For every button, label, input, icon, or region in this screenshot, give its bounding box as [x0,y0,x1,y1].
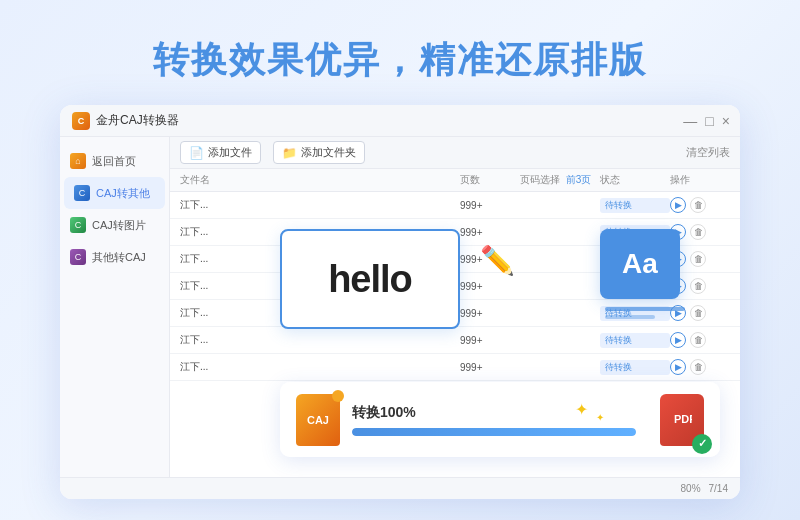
table-row: 江下... 999+ 待转换 ▶ 🗑 [170,354,740,381]
filename-cell: 江下... [180,333,460,347]
pages-cell: 999+ [460,227,520,238]
filename-cell: 江下... [180,252,460,266]
play-button[interactable]: ▶ [670,197,686,213]
home-icon: ⌂ [70,153,86,169]
headline-normal: 转换效果优异，精准 [153,39,495,80]
table-header: 文件名 页数 页码选择 前3页 状态 操作 [170,169,740,192]
sidebar-item-caj-other[interactable]: C CAJ转其他 [64,177,165,209]
pages-cell: 999+ [460,308,520,319]
status-badge: 待转换 [600,198,670,213]
titlebar: C 金舟CAJ转换器 — □ × [60,105,740,137]
app-title: 金舟CAJ转换器 [96,112,179,129]
table-row: 江下... 999+ 待转换 ▶ 🗑 [170,273,740,300]
app-logo-icon: C [72,112,90,130]
row-actions: ▶ 🗑 [670,251,730,267]
delete-button[interactable]: 🗑 [690,332,706,348]
filename-cell: 江下... [180,198,460,212]
row-actions: ▶ 🗑 [670,278,730,294]
sidebar-caj-other-label: CAJ转其他 [96,186,150,201]
headline-section: 转换效果优异，精准还原排版 [0,0,800,105]
delete-button[interactable]: 🗑 [690,197,706,213]
pages-cell: 999+ [460,254,520,265]
sidebar-item-other-caj[interactable]: C 其他转CAJ [60,241,169,273]
table-row: 江下... 999+ 待转换 ▶ 🗑 [170,192,740,219]
filename-cell: 江下... [180,360,460,374]
table-row: 江下... 999+ 待转换 ▶ 🗑 [170,300,740,327]
table-row: 江下... 999+ 待转换 ▶ 🗑 [170,219,740,246]
headline-highlight: 还原排版 [495,39,647,80]
table-row: 江下... 999+ 待转换 ▶ 🗑 [170,327,740,354]
sidebar-other-caj-label: 其他转CAJ [92,250,146,265]
delete-button[interactable]: 🗑 [690,305,706,321]
sidebar: ⌂ 返回首页 C CAJ转其他 C CAJ转图片 C 其他转CAJ [60,137,170,477]
page-info: 7/14 [709,483,728,494]
window-controls[interactable]: — □ × [683,113,730,129]
add-file-label: 添加文件 [208,145,252,160]
play-button[interactable]: ▶ [670,305,686,321]
other-caj-icon: C [70,249,86,265]
page-select-link[interactable]: 前3页 [566,173,592,187]
sidebar-item-caj-image[interactable]: C CAJ转图片 [60,209,169,241]
row-actions: ▶ 🗑 [670,359,730,375]
col-filename: 文件名 [180,173,460,187]
maximize-icon[interactable]: □ [705,113,713,129]
clear-list-label: 清空列表 [686,146,730,158]
col-status: 状态 [600,173,670,187]
sidebar-item-home[interactable]: ⌂ 返回首页 [60,145,169,177]
delete-button[interactable]: 🗑 [690,224,706,240]
delete-button[interactable]: 🗑 [690,251,706,267]
col-pages-select: 页码选择 前3页 [520,173,600,187]
pages-cell: 999+ [460,281,520,292]
play-button[interactable]: ▶ [670,278,686,294]
app-window: C 金舟CAJ转换器 — □ × ⌂ 返回首页 C CAJ转其他 C CAJ转图… [60,105,740,499]
add-folder-label: 添加文件夹 [301,145,356,160]
minimize-icon[interactable]: — [683,113,697,129]
status-badge: 待转换 [600,252,670,267]
play-button[interactable]: ▶ [670,224,686,240]
play-button[interactable]: ▶ [670,332,686,348]
table-row: 江下... 999+ 待转换 ▶ 🗑 [170,246,740,273]
status-badge: 待转换 [600,279,670,294]
file-table: 文件名 页数 页码选择 前3页 状态 操作 江下... 999+ 待转换 [170,169,740,477]
status-badge: 待转换 [600,225,670,240]
play-button[interactable]: ▶ [670,251,686,267]
clear-list-button[interactable]: 清空列表 [686,145,730,160]
pages-cell: 999+ [460,200,520,211]
filename-cell: 江下... [180,225,460,239]
app-body: ⌂ 返回首页 C CAJ转其他 C CAJ转图片 C 其他转CAJ 📄 [60,137,740,477]
toolbar: 📄 添加文件 📁 添加文件夹 清空列表 [170,137,740,169]
pages-cell: 999+ [460,362,520,373]
headline-text: 转换效果优异，精准还原排版 [0,36,800,85]
content-area: 📄 添加文件 📁 添加文件夹 清空列表 文件名 页数 页码选择 前3页 [170,137,740,477]
row-actions: ▶ 🗑 [670,305,730,321]
add-file-button[interactable]: 📄 添加文件 [180,141,261,164]
row-actions: ▶ 🗑 [670,224,730,240]
row-actions: ▶ 🗑 [670,197,730,213]
col-actions: 操作 [670,173,730,187]
zoom-level: 80% [681,483,701,494]
close-icon[interactable]: × [722,113,730,129]
add-folder-button[interactable]: 📁 添加文件夹 [273,141,365,164]
col-pages: 页数 [460,173,520,187]
delete-button[interactable]: 🗑 [690,359,706,375]
row-actions: ▶ 🗑 [670,332,730,348]
status-badge: 待转换 [600,333,670,348]
statusbar: 80% 7/14 [60,477,740,499]
status-badge: 待转换 [600,360,670,375]
delete-button[interactable]: 🗑 [690,278,706,294]
sidebar-home-label: 返回首页 [92,154,136,169]
table-rows-container: 江下... 999+ 待转换 ▶ 🗑 江下... 999+ 待转换 [170,192,740,474]
pages-cell: 999+ [460,335,520,346]
status-badge: 待转换 [600,306,670,321]
filename-cell: 江下... [180,279,460,293]
caj-image-icon: C [70,217,86,233]
filename-cell: 江下... [180,306,460,320]
add-folder-icon: 📁 [282,146,297,160]
caj-other-icon: C [74,185,90,201]
sidebar-caj-image-label: CAJ转图片 [92,218,146,233]
play-button[interactable]: ▶ [670,359,686,375]
add-file-icon: 📄 [189,146,204,160]
